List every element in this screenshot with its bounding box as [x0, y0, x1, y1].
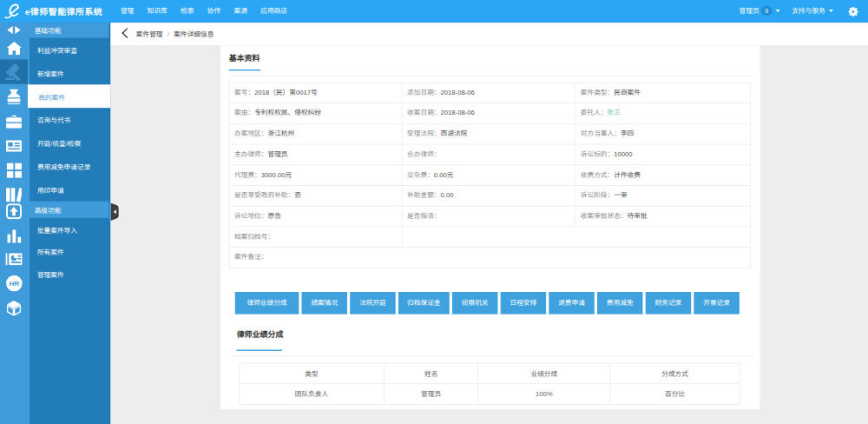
svg-text:HR: HR	[9, 280, 19, 288]
